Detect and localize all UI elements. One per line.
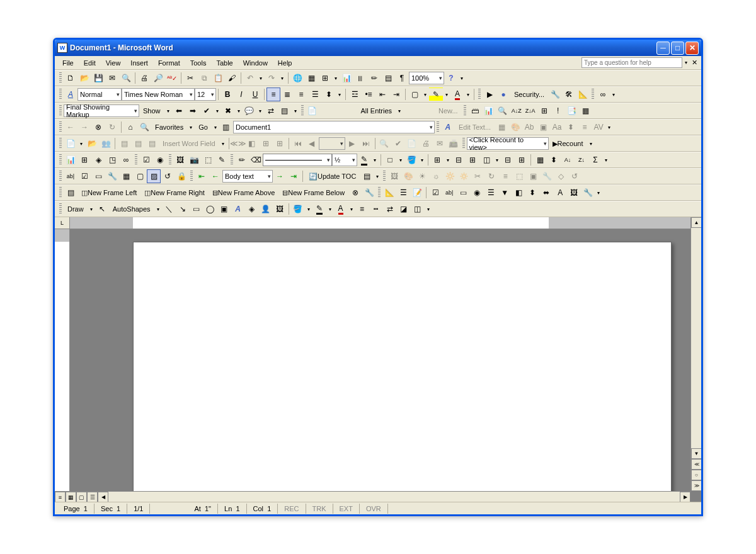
next-change-icon[interactable]: ➡ [186, 104, 200, 118]
match-fields-icon[interactable]: ⊞ [259, 137, 273, 150]
close-button[interactable]: ✕ [685, 42, 699, 55]
wordart-align-icon[interactable]: ≡ [578, 120, 592, 134]
titlebar[interactable]: W Document1 - Microsoft Word ─ □ ✕ [55, 40, 701, 56]
columns-icon[interactable]: ⫼ [353, 71, 367, 85]
menu-edit[interactable]: Edit [79, 58, 101, 68]
show-button[interactable]: Show [139, 104, 164, 118]
toolbar-grip[interactable] [462, 138, 465, 149]
styles-pane-icon[interactable]: A [64, 88, 77, 101]
merge-cells-icon[interactable]: ⊟ [452, 153, 466, 167]
first-record-icon[interactable]: ⏮ [291, 137, 305, 150]
update-toc-button[interactable]: 🔄 Update TOC [305, 169, 360, 183]
new-document-icon[interactable]: 🗋 [64, 71, 77, 85]
all-entries-button[interactable]: All Entries [357, 104, 396, 118]
toolbar-grip[interactable] [59, 105, 62, 116]
form-dropdown-icon[interactable]: ▭ [91, 169, 105, 183]
menu-format[interactable]: Format [153, 58, 185, 68]
align-center-icon[interactable]: ≣ [280, 88, 294, 101]
wordart-vertical-icon[interactable]: ⬍ [564, 120, 578, 134]
wordart-spacing-dropdown[interactable]: ▾ [605, 125, 613, 130]
ctrl-spin-icon[interactable]: ⬍ [525, 186, 539, 200]
view-outline-icon[interactable]: ☰ [87, 492, 98, 502]
toolbar-grip[interactable] [301, 105, 304, 116]
toolbar-grip[interactable] [169, 154, 171, 166]
vertical-scrollbar[interactable]: ▲ ▼ ≪ ○ ≫ [690, 217, 701, 491]
ctrl-more-icon[interactable]: 🔧 [581, 186, 595, 200]
undo-icon[interactable]: ↶ [243, 71, 257, 85]
toolbar-grip[interactable] [378, 187, 381, 198]
font-size-dropdown[interactable]: 12 [195, 88, 216, 101]
style-dropdown[interactable]: Normal [77, 88, 122, 101]
toolbar-grip[interactable] [231, 154, 233, 166]
ctrl-combo-icon[interactable]: ▼ [498, 186, 512, 200]
open-icon[interactable]: 📂 [77, 71, 91, 85]
db-sort-az-icon[interactable]: A↓Z [510, 104, 524, 118]
rectangle-icon[interactable]: ▭ [190, 202, 203, 216]
redo-icon[interactable]: ↷ [265, 71, 278, 85]
toolbar-grip[interactable] [478, 89, 481, 100]
db-find-record-icon[interactable]: 📑 [565, 104, 579, 118]
status-line[interactable]: Ln 1 [218, 504, 247, 514]
oval-icon[interactable]: ◯ [203, 202, 217, 216]
prev-page-icon[interactable]: ≪ [691, 459, 701, 470]
promote-first-icon[interactable]: ⇤ [195, 169, 209, 183]
open-data-source-icon[interactable]: 📂 [85, 137, 99, 150]
draw-table-icon[interactable]: ✏ [235, 153, 249, 167]
toolbar-grip[interactable] [464, 105, 466, 116]
ctrl-checkbox-icon[interactable]: ☑ [428, 186, 442, 200]
new-entry-button[interactable]: New... [435, 104, 462, 118]
ctrl-image-icon[interactable]: 🖼 [567, 186, 581, 200]
menu-insert[interactable]: Insert [125, 58, 153, 68]
stop-icon[interactable]: ⊗ [91, 120, 105, 134]
status-section[interactable]: Sec 1 [94, 504, 127, 514]
print-preview-icon[interactable]: 🔎 [151, 71, 165, 85]
insert-word-field-button[interactable]: Insert Word Field [159, 137, 219, 150]
select-objects-icon[interactable]: ↖ [95, 202, 109, 216]
justify-icon[interactable]: ☰ [308, 88, 322, 101]
pic-insert-icon[interactable]: 🖼 [387, 169, 401, 183]
shading-color-icon[interactable]: 🪣 [404, 153, 418, 167]
favorites-dropdown[interactable]: ▾ [187, 125, 195, 130]
status-at[interactable]: At 1" [188, 504, 218, 514]
pic-rotate-icon[interactable]: ↻ [484, 169, 498, 183]
control-props-icon[interactable]: ☰ [396, 186, 410, 200]
line-color-dropdown[interactable]: ▾ [326, 206, 334, 212]
recount-button[interactable]: ▶ Recount [549, 137, 587, 150]
text-direction-icon[interactable]: ⬍ [547, 153, 561, 167]
italic-icon[interactable]: I [234, 88, 248, 101]
scroll-right-icon[interactable]: ▶ [680, 492, 690, 502]
align-right-icon[interactable]: ≡ [294, 88, 308, 101]
wordart-spacing-icon[interactable]: AV [592, 120, 605, 134]
ctrl-option-icon[interactable]: ◉ [470, 186, 484, 200]
3d-dropdown[interactable]: ▾ [425, 206, 432, 212]
autosum-dropdown[interactable]: ▾ [602, 157, 610, 163]
shadow-icon[interactable]: ◪ [397, 202, 411, 216]
wordart-wrap-icon[interactable]: ▣ [536, 120, 550, 134]
main-doc-setup-icon[interactable]: 📄 [64, 137, 77, 150]
demote-body-icon[interactable]: ⇥ [287, 169, 301, 183]
cell-align-icon[interactable]: ◫ [479, 153, 493, 167]
line-weight-icon[interactable]: ≡ [355, 202, 369, 216]
refresh-icon[interactable]: ↻ [105, 120, 119, 134]
go-button[interactable]: Go [195, 120, 212, 134]
ink-icon[interactable]: ✎ [215, 153, 229, 167]
dash-style-icon[interactable]: ┅ [369, 202, 383, 216]
all-entries-dropdown[interactable]: ▾ [396, 108, 403, 114]
font-dropdown[interactable]: Times New Roman [122, 88, 195, 101]
highlight-icon[interactable]: ✎ [429, 88, 443, 101]
excel-icon[interactable]: 📊 [340, 71, 353, 85]
control-design-icon[interactable]: 📐 [382, 186, 396, 200]
line-color-icon[interactable]: ✎ [312, 202, 326, 216]
merge-print-icon[interactable]: 🖨 [419, 137, 433, 150]
db-insert-icon[interactable]: ⊞ [537, 104, 551, 118]
help-options-dropdown[interactable]: ▾ [458, 76, 466, 81]
design-mode-icon[interactable]: 📐 [576, 88, 590, 101]
email-icon[interactable]: ✉ [105, 71, 119, 85]
toc-dropdown[interactable]: ▾ [374, 174, 381, 179]
new-comment-icon[interactable]: 💬 [243, 104, 256, 118]
zoom-dropdown[interactable]: 100% [409, 72, 444, 84]
ctrl-more-dropdown[interactable]: ▾ [595, 190, 602, 196]
tab-selector[interactable]: L [55, 217, 70, 229]
tools-icon[interactable]: 🛠 [562, 88, 576, 101]
doc-map-icon[interactable]: ▤ [381, 71, 395, 85]
